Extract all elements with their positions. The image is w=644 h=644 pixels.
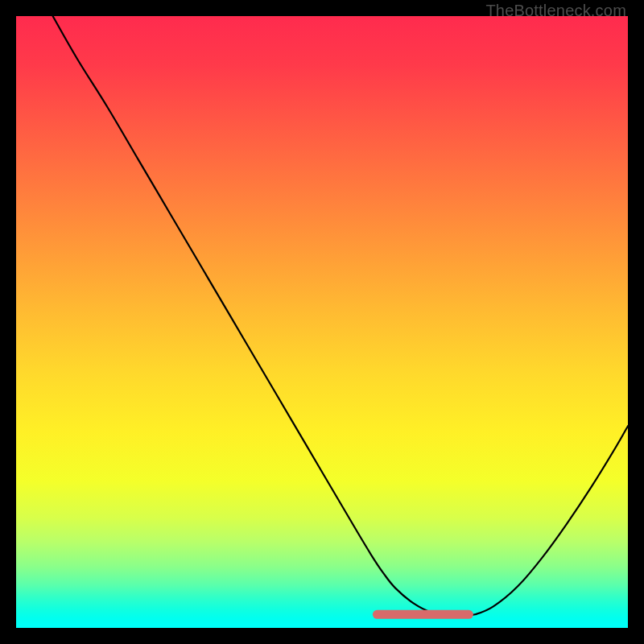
chart-svg	[16, 16, 628, 628]
watermark-text: TheBottleneck.com	[485, 2, 626, 20]
bottleneck-curve	[53, 16, 628, 616]
outer-black-frame: TheBottleneck.com	[0, 0, 644, 644]
